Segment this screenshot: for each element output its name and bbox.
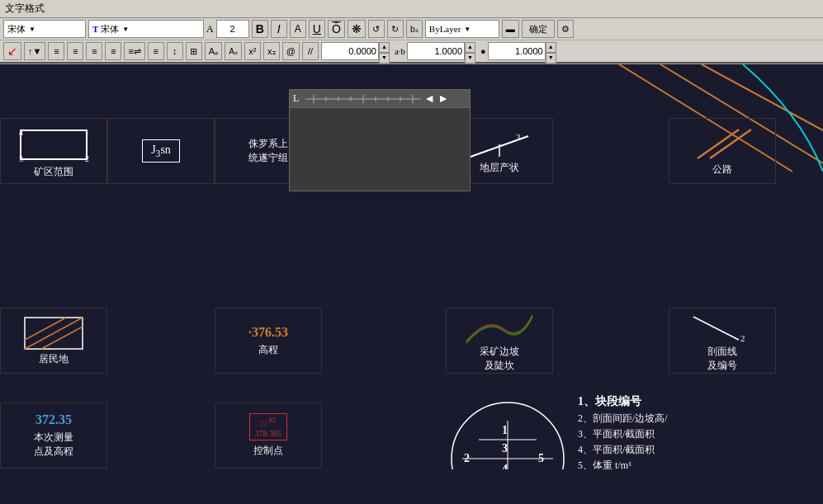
tb-r2-btn8[interactable]: ≡ (148, 42, 164, 60)
svg-text:4: 4 (502, 463, 508, 469)
poumian-cell: 2 剖面线及编号 (669, 308, 776, 374)
spin-down3[interactable]: ▼ (546, 53, 556, 64)
kongzhi-cell: □ #2 378.365 控制点 (215, 403, 322, 469)
spin-input3[interactable] (488, 42, 546, 60)
poumian-symbol: 2 (689, 309, 755, 345)
tb-r2-btn16[interactable]: // (302, 42, 319, 60)
gonglu-label: 公路 (712, 163, 732, 177)
symbol-button[interactable]: ❋ (348, 20, 366, 38)
caikuang-label: 采矿边坡及陡坎 (480, 345, 519, 373)
toolbar-row1: 宋体 T 宋体 A B I A U Ō ❋ ↺ ↻ bₐ ByLayer ▬ (0, 18, 823, 40)
sub-button[interactable]: bₐ (406, 20, 423, 38)
bold-button[interactable]: B (252, 20, 268, 38)
svg-line-27 (693, 317, 739, 340)
font1-dropdown[interactable]: 宋体 (3, 20, 86, 38)
layer-dropdown[interactable]: ByLayer (425, 20, 499, 38)
tb-r2-btn14[interactable]: x₂ (263, 42, 280, 60)
tb-r2-btn3[interactable]: ≡ (48, 42, 64, 60)
kuangqu-label: 矿区范围 (34, 165, 73, 179)
svg-text:1: 1 (85, 128, 89, 137)
gear-button[interactable]: ⚙ (557, 20, 574, 38)
tb-r2-btn5[interactable]: ≡ (86, 42, 102, 60)
font-size-input[interactable] (216, 20, 249, 38)
block-legend-item4: 4、平面积/截面积 (578, 443, 817, 457)
spin-box3: ● ▲ ▼ (480, 42, 556, 60)
jumindi-symbol (21, 315, 87, 352)
toolbar-row2: ↙ ↑▼ ≡ ≡ ≡ ≡ ≡⇌ ≡ ↕ ⊞ Aₐ Aₐ x² x₂ @ // ▲… (0, 40, 823, 64)
overline-button[interactable]: Ō (328, 20, 345, 38)
ruler-button[interactable]: ▬ (502, 20, 519, 38)
underline-button[interactable]: U (309, 20, 325, 38)
spin-arrows1[interactable]: ▲ ▼ (379, 42, 390, 60)
tb-r2-btn10[interactable]: ⊞ (186, 42, 202, 60)
undo-button[interactable]: ↺ (368, 20, 385, 38)
block-legend-item3: 3、平面积/截面积 (578, 427, 817, 441)
svg-text:3: 3 (19, 154, 23, 163)
italic-button[interactable]: I (271, 20, 287, 38)
spin-down2[interactable]: ▼ (465, 53, 475, 64)
spin-arrows2[interactable]: ▲ ▼ (465, 42, 475, 60)
confirm-button[interactable]: 确定 (522, 20, 555, 38)
juluoxi-label: 侏罗系上统遂宁组 (248, 137, 288, 165)
spin-up1[interactable]: ▲ (379, 42, 390, 53)
svg-text:2: 2 (464, 452, 470, 464)
dichan-symbol: 3 (466, 128, 532, 161)
spin-arrows3[interactable]: ▲ ▼ (546, 42, 556, 60)
caikuang-symbol (462, 309, 537, 345)
svg-text:2: 2 (740, 333, 745, 343)
block-legend-item5: 5、体重 t/m³ (578, 459, 817, 469)
overlay-popup: L ◄ ► (289, 89, 471, 191)
spin-input2[interactable] (407, 42, 465, 60)
spin-box1: ▲ ▼ (321, 42, 390, 60)
svg-line-25 (25, 318, 66, 340)
bence-value: 372.35 (35, 412, 72, 427)
toolbar-title-text: 文字格式 (5, 2, 45, 14)
block-legend-item1: 1、块段编号 (578, 394, 817, 409)
svg-text:2: 2 (85, 154, 89, 163)
tb-r2-btn15[interactable]: @ (282, 42, 300, 60)
popup-body (290, 108, 470, 191)
block-legend: 1、块段编号 2、剖面间距/边坡高/ 3、平面积/截面积 4、平面积/截面积 5… (578, 394, 817, 469)
kongzhi-symbol: □ #2 378.365 (249, 413, 288, 440)
tb-r2-btn11[interactable]: Aₐ (205, 42, 222, 60)
spin-box2: a·b ▲ ▼ (395, 42, 475, 60)
spin-down1[interactable]: ▼ (379, 53, 390, 64)
popup-ruler: L ◄ ► (290, 90, 470, 108)
tb-r2-btn13[interactable]: x² (244, 42, 261, 60)
spin-input1[interactable] (321, 42, 379, 60)
gaocheng-value: ·376.53 (248, 325, 288, 340)
toolbar-title: 文字格式 (0, 0, 823, 18)
svg-text:1: 1 (502, 424, 508, 436)
circle-diagram-svg: 1 2 3 4 5 6 (446, 394, 570, 469)
redo-button[interactable]: ↻ (387, 20, 404, 38)
tb-r2-btn12[interactable]: Aₐ (225, 42, 242, 60)
popup-left-arrow[interactable]: ◄ (423, 92, 435, 106)
j3sn-cell: J3sn (107, 118, 215, 184)
gonglu-cell: 公路 (669, 118, 776, 184)
gaocheng-cell: ·376.53 高程 (215, 308, 322, 374)
toolbar-container: 文字格式 宋体 T 宋体 A B I A U Ō ❋ ↺ ↻ bₐ (0, 0, 823, 64)
svg-rect-13 (21, 130, 87, 159)
gaocheng-label: 高程 (258, 343, 278, 357)
svg-line-26 (41, 327, 83, 349)
tb-r2-btn2[interactable]: ↑▼ (24, 42, 45, 60)
ab-label: a·b (395, 46, 405, 56)
spin-up2[interactable]: ▲ (465, 42, 475, 53)
tb-r2-btn7[interactable]: ≡⇌ (124, 42, 144, 60)
tb-r2-btn9[interactable]: ↕ (167, 42, 183, 60)
kongzhi-label: 控制点 (253, 444, 283, 458)
stack-button[interactable]: A (290, 20, 306, 38)
svg-line-21 (698, 130, 739, 158)
popup-right-arrow[interactable]: ► (438, 92, 449, 106)
font2-dropdown[interactable]: T 宋体 (88, 20, 204, 38)
tb-r2-btn1[interactable]: ↙ (3, 42, 21, 60)
svg-line-22 (710, 130, 751, 158)
bence-label: 本次测量点及高程 (34, 431, 73, 459)
spin-up3[interactable]: ▲ (546, 42, 556, 53)
bence-cell: 372.35 本次测量点及高程 (0, 403, 107, 469)
kuangqu-symbol: 4 1 3 2 (17, 124, 91, 165)
tb-r2-btn4[interactable]: ≡ (67, 42, 83, 60)
tb-r2-btn6[interactable]: ≡ (105, 42, 121, 60)
jumindi-label: 居民地 (39, 352, 69, 366)
font2-icon: T (92, 24, 98, 34)
